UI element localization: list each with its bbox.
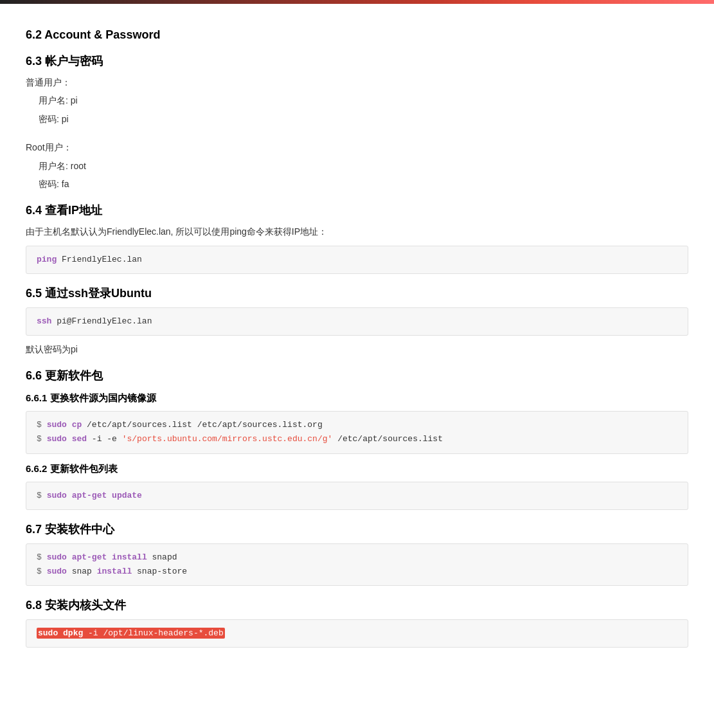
code-block-ssh: ssh pi@FriendlyElec.lan — [26, 307, 688, 336]
code-mirror-line2: $ sudo sed -i -e 's/ports.ubuntu.com/mir… — [37, 432, 677, 446]
string-mirror: 's/ports.ubuntu.com/mirrors.ustc.edu.cn/… — [122, 434, 333, 444]
keyword-dpkg: dpkg — [63, 628, 83, 638]
code-snapd-line2: $ sudo snap install snap-store — [37, 565, 677, 579]
code-block-dpkg: sudo dpkg -i /opt/linux-headers-*.deb — [26, 619, 688, 648]
keyword-sudo-6: sudo — [38, 628, 58, 638]
keyword-aptget-2: apt-get — [72, 552, 107, 562]
ip-description: 由于主机名默认认为FriendlyElec.lan, 所以可以使用ping命令来… — [26, 224, 688, 239]
heading-6-2: 6.2 Account & Password — [26, 28, 688, 42]
code-mirror-line1: $ sudo cp /etc/apt/sources.list /etc/apt… — [37, 418, 677, 432]
keyword-aptget-1: apt-get — [72, 491, 107, 500]
heading-6-4: 6.4 查看IP地址 — [26, 203, 688, 218]
root-user-label: Root用户： — [26, 140, 688, 154]
ssh-note: 默认密码为pi — [26, 342, 688, 356]
heading-6-8: 6.8 安装内核头文件 — [26, 597, 688, 613]
keyword-sudo-3: sudo — [47, 491, 67, 500]
normal-user-label: 普通用户： — [26, 75, 688, 89]
code-update-line: $ sudo apt-get update — [37, 489, 677, 503]
code-block-ping: ping FriendlyElec.lan — [26, 246, 688, 274]
code-ssh-line: ssh pi@FriendlyElec.lan — [37, 314, 677, 329]
keyword-install-2: install — [97, 567, 132, 576]
heading-6-7: 6.7 安装软件中心 — [26, 522, 688, 537]
keyword-sed: sed — [72, 434, 87, 444]
code-block-update: $ sudo apt-get update — [26, 482, 688, 510]
highlighted-command: sudo dpkg -i /opt/linux-headers-*.deb — [37, 628, 225, 639]
dollar-4: $ — [37, 552, 42, 562]
dollar-3: $ — [37, 491, 42, 500]
keyword-update: update — [112, 491, 142, 500]
code-block-snapd: $ sudo apt-get install snapd $ sudo snap… — [26, 543, 688, 586]
dollar-1: $ — [37, 420, 42, 430]
code-dpkg-line: sudo dpkg -i /opt/linux-headers-*.deb — [37, 626, 677, 641]
username-root: 用户名: root — [39, 159, 688, 173]
heading-6-6-1: 6.6.1 更换软件源为国内镜像源 — [26, 392, 688, 405]
keyword-install-1: install — [112, 552, 147, 562]
code-ping-line: ping FriendlyElec.lan — [37, 253, 677, 267]
main-content: 6.2 Account & Password 6.3 帐户与密码 普通用户： 用… — [0, 4, 714, 667]
code-snapd-line1: $ sudo apt-get install snapd — [37, 551, 677, 565]
password-root: 密码: fa — [39, 177, 688, 191]
password-pi: 密码: pi — [39, 112, 688, 126]
heading-6-6: 6.6 更新软件包 — [26, 368, 688, 383]
keyword-cp: cp — [72, 420, 82, 430]
keyword-ssh: ssh — [37, 316, 51, 326]
dollar-5: $ — [37, 567, 42, 576]
code-block-mirror: $ sudo cp /etc/apt/sources.list /etc/apt… — [26, 411, 688, 453]
keyword-ping: ping — [37, 255, 57, 264]
username-pi: 用户名: pi — [39, 93, 688, 107]
dollar-2: $ — [37, 434, 42, 444]
keyword-sudo-4: sudo — [47, 552, 67, 562]
keyword-sudo-5: sudo — [47, 567, 67, 576]
heading-6-3: 6.3 帐户与密码 — [26, 53, 688, 69]
heading-6-6-2: 6.6.2 更新软件包列表 — [26, 463, 688, 475]
heading-6-5: 6.5 通过ssh登录Ubuntu — [26, 286, 688, 301]
keyword-sudo-2: sudo — [47, 434, 67, 444]
keyword-sudo-1: sudo — [47, 420, 67, 430]
